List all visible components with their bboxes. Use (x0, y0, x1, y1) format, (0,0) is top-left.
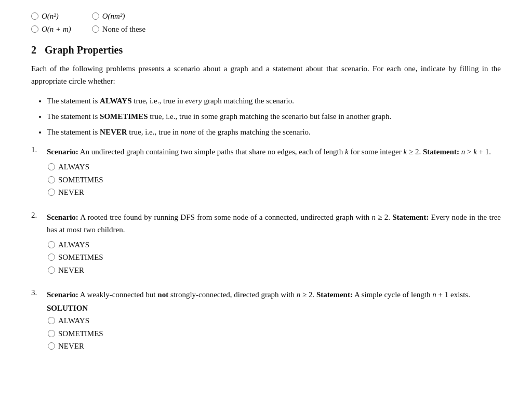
prob2-always-label: ALWAYS (58, 239, 89, 251)
option-onm2[interactable]: O(nm²) (92, 10, 145, 22)
prob3-never[interactable]: NEVER (48, 340, 501, 352)
radio-on2[interactable] (31, 12, 38, 20)
option-onm-label: O(n + m) (42, 23, 71, 35)
problem-1-content: Scenario: An undirected graph containing… (47, 145, 501, 198)
option-none-label: None of these (102, 23, 145, 35)
radio-onm[interactable] (31, 25, 38, 33)
n-constraint-2: n (371, 213, 376, 221)
every-italic: every (185, 97, 202, 105)
option-onm[interactable]: O(n + m) (31, 23, 71, 35)
problem-3: 3. Scenario: A weakly-connected but not … (31, 288, 501, 352)
prob1-sometimes-label: SOMETIMES (58, 174, 103, 186)
statement-1-math: n (461, 148, 466, 156)
prob2-always-radio[interactable] (48, 241, 55, 248)
bullet-always: The statement is ALWAYS true, i.e., true… (47, 95, 501, 107)
statement-3-math: n (432, 290, 436, 299)
top-radio-group-1: O(n²) O(n + m) (31, 10, 71, 35)
statement-2-label: Statement: (392, 213, 429, 221)
statement-1-label: Statement: (423, 148, 459, 156)
option-onm2-label: O(nm²) (102, 10, 125, 22)
problem-3-text: Scenario: A weakly-connected but not str… (47, 288, 501, 301)
always-bold: ALWAYS (100, 97, 131, 105)
prob2-sometimes[interactable]: SOMETIMES (48, 251, 501, 263)
section-description: Each of the following problems presents … (31, 62, 501, 87)
problem-3-number: 3. (31, 288, 42, 297)
prob2-always[interactable]: ALWAYS (48, 239, 501, 251)
prob3-always-label: ALWAYS (58, 315, 89, 327)
section-2-header: 2 Graph Properties (31, 44, 501, 56)
problem-3-options: ALWAYS SOMETIMES NEVER (48, 315, 501, 352)
prob3-sometimes[interactable]: SOMETIMES (48, 328, 501, 340)
none-italic: none (180, 128, 195, 136)
bullets-list: The statement is ALWAYS true, i.e., true… (47, 95, 501, 138)
page: O(n²) O(n + m) O(nm²) None of these 2 Gr… (0, 0, 532, 412)
prob2-never-radio[interactable] (48, 267, 55, 274)
prob2-never-label: NEVER (58, 264, 84, 276)
prob1-always-radio[interactable] (48, 163, 55, 170)
radio-onm2[interactable] (92, 12, 99, 20)
option-none-of-these[interactable]: None of these (92, 23, 145, 35)
prob1-always[interactable]: ALWAYS (48, 161, 501, 173)
scenario-3-label: Scenario: (47, 290, 78, 299)
section-number: 2 (31, 44, 36, 56)
prob2-never[interactable]: NEVER (48, 264, 501, 276)
k-math-1: k (345, 148, 349, 156)
top-radio-group-2: O(nm²) None of these (92, 10, 145, 35)
top-options-row: O(n²) O(n + m) O(nm²) None of these (31, 10, 501, 35)
prob3-always[interactable]: ALWAYS (48, 315, 501, 327)
statement-3-label: Statement: (316, 290, 353, 299)
prob3-never-radio[interactable] (48, 342, 55, 350)
statement-1-math-k: k (473, 148, 477, 156)
problem-list: 1. Scenario: An undirected graph contain… (31, 145, 501, 352)
prob1-never-label: NEVER (58, 187, 84, 198)
prob3-sometimes-radio[interactable] (48, 330, 55, 337)
problem-3-content: Scenario: A weakly-connected but not str… (47, 288, 501, 352)
option-on2-label: O(n²) (42, 10, 59, 22)
problem-2-content: Scenario: A rooted tree found by running… (47, 211, 501, 276)
prob3-sometimes-label: SOMETIMES (58, 328, 103, 340)
prob3-always-radio[interactable] (48, 317, 55, 324)
problem-1-number: 1. (31, 145, 42, 154)
k-constraint-1: k (404, 148, 407, 156)
prob1-never[interactable]: NEVER (48, 187, 501, 198)
scenario-1-label: Scenario: (47, 148, 78, 156)
problem-2-text: Scenario: A rooted tree found by running… (47, 211, 501, 236)
prob2-sometimes-label: SOMETIMES (58, 251, 103, 263)
prob1-always-label: ALWAYS (58, 161, 89, 173)
solution-label: SOLUTION (47, 304, 501, 313)
problem-1: 1. Scenario: An undirected graph contain… (31, 145, 501, 198)
problem-2: 2. Scenario: A rooted tree found by runn… (31, 211, 501, 276)
section-title: Graph Properties (45, 44, 123, 56)
prob1-sometimes-radio[interactable] (48, 176, 55, 183)
never-bold: NEVER (100, 128, 127, 136)
prob1-sometimes[interactable]: SOMETIMES (48, 174, 501, 186)
bullet-sometimes: The statement is SOMETIMES true, i.e., t… (47, 110, 501, 123)
scenario-2-label: Scenario: (47, 213, 78, 221)
bullet-never: The statement is NEVER true, i.e., true … (47, 126, 501, 138)
sometimes-bold: SOMETIMES (100, 112, 148, 121)
n-constraint-3: n (297, 290, 301, 299)
problem-1-text: Scenario: An undirected graph containing… (47, 145, 501, 158)
problem-2-number: 2. (31, 211, 42, 220)
prob2-sometimes-radio[interactable] (48, 254, 55, 261)
radio-none[interactable] (92, 25, 99, 33)
option-on2[interactable]: O(n²) (31, 10, 71, 22)
not-label: not (157, 290, 168, 299)
prob1-never-radio[interactable] (48, 189, 55, 196)
prob3-never-label: NEVER (58, 340, 84, 352)
problem-2-options: ALWAYS SOMETIMES NEVER (48, 239, 501, 276)
problem-1-options: ALWAYS SOMETIMES NEVER (48, 161, 501, 198)
